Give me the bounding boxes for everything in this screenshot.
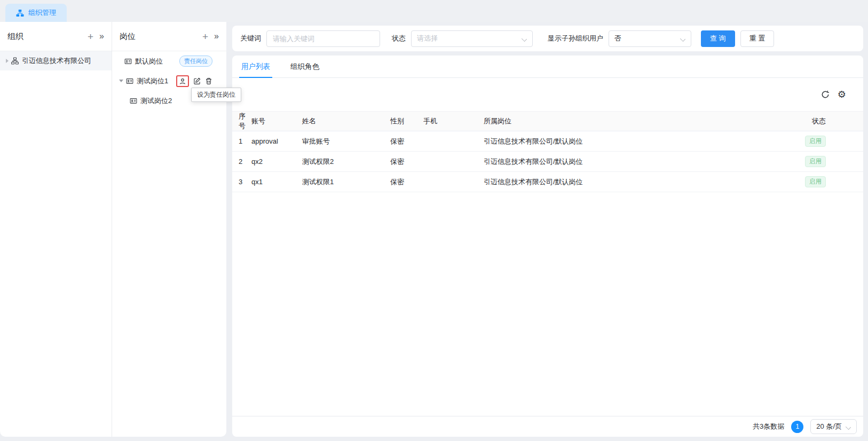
page-size-value: 20 条/页	[816, 422, 842, 431]
status-badge: 启用	[805, 156, 826, 167]
caret-right-icon[interactable]	[6, 59, 9, 63]
table-header-row: 序号 账号 姓名 性别 手机 所属岗位 状态	[232, 112, 863, 131]
status-badge: 启用	[805, 176, 826, 187]
company-tree-icon	[11, 57, 19, 65]
cell-position: 引迈信息技术有限公司/默认岗位	[484, 131, 783, 152]
add-position-icon[interactable]: +	[202, 32, 208, 42]
position-item-default[interactable]: 默认岗位 责任岗位	[112, 51, 226, 71]
descendant-select[interactable]: 否	[609, 30, 691, 47]
col-position: 所属岗位	[484, 112, 783, 131]
organization-panel: 组织 + » 引迈信息技术有限公司	[0, 22, 112, 437]
annotation-red-box	[176, 75, 189, 87]
id-card-icon	[124, 58, 132, 65]
pagination-bar: 共3条数据 1 20 条/页	[232, 416, 863, 437]
descendant-label: 显示子孙组织用户	[548, 34, 603, 43]
col-gender: 性别	[390, 112, 423, 131]
content-card: 用户列表 组织角色 ⚙ 序号 账号 姓名 性别 手机 所属岗位 状态	[232, 56, 863, 437]
status-select-placeholder: 请选择	[417, 34, 522, 43]
tab-label: 组织管理	[28, 8, 56, 18]
chevron-down-icon	[846, 424, 851, 429]
position-panel: 岗位 + » 默认岗位 责任岗位	[112, 22, 226, 437]
add-organization-icon[interactable]: +	[88, 32, 93, 42]
tab-org-management[interactable]: 组织管理	[5, 4, 67, 22]
col-name: 姓名	[302, 112, 390, 131]
tab-user-list[interactable]: 用户列表	[241, 56, 270, 77]
cell-position: 引迈信息技术有限公司/默认岗位	[484, 172, 783, 192]
cell-gender: 保密	[390, 131, 423, 152]
col-account: 账号	[251, 112, 302, 131]
col-index: 序号	[232, 112, 251, 131]
filter-bar: 关键词 状态 请选择 显示子孙组织用户 否 查 询 重 置	[232, 26, 863, 51]
duty-position-badge: 责任岗位	[179, 56, 212, 67]
org-tree-item-label: 引迈信息技术有限公司	[22, 56, 91, 66]
user-table: 序号 账号 姓名 性别 手机 所属岗位 状态 1 approval 审批账号 保…	[232, 111, 863, 192]
tooltip-set-duty-position: 设为责任岗位	[191, 88, 241, 102]
delete-position-button[interactable]	[205, 77, 212, 85]
cell-account: qx2	[251, 152, 302, 172]
status-badge: 启用	[805, 136, 826, 147]
cell-gender: 保密	[390, 172, 423, 192]
table-row[interactable]: 3 qx1 测试权限1 保密 引迈信息技术有限公司/默认岗位 启用	[232, 172, 863, 192]
pagination-total: 共3条数据	[753, 422, 784, 431]
collapse-position-panel-icon[interactable]: »	[214, 32, 219, 41]
page-number-button[interactable]: 1	[791, 421, 803, 433]
keyword-label: 关键词	[240, 34, 261, 43]
set-duty-position-button[interactable]	[179, 77, 186, 85]
cell-account: approval	[251, 131, 302, 152]
col-status: 状态	[783, 112, 863, 131]
settings-gear-icon[interactable]: ⚙	[838, 90, 846, 99]
chevron-down-icon	[681, 36, 685, 41]
cell-name: 测试权限1	[302, 172, 390, 192]
cell-phone	[423, 172, 484, 192]
org-tree-item-company[interactable]: 引迈信息技术有限公司	[0, 51, 112, 70]
content-tabs: 用户列表 组织角色	[232, 56, 863, 78]
cell-index: 3	[232, 172, 251, 192]
edit-position-button[interactable]	[193, 77, 201, 85]
chevron-down-icon	[522, 36, 527, 41]
caret-down-icon[interactable]	[119, 80, 123, 82]
table-toolbar: ⚙	[232, 78, 863, 111]
position-item-label: 默认岗位	[135, 57, 163, 66]
cell-account: qx1	[251, 172, 302, 192]
cell-phone	[423, 152, 484, 172]
status-select[interactable]: 请选择	[411, 30, 533, 47]
col-phone: 手机	[423, 112, 484, 131]
org-tree-icon	[16, 9, 24, 17]
cell-gender: 保密	[390, 152, 423, 172]
position-item-label: 测试岗位1	[137, 76, 168, 86]
cell-index: 1	[232, 131, 251, 152]
cell-index: 2	[232, 152, 251, 172]
refresh-icon[interactable]	[821, 90, 830, 99]
organization-panel-title: 组织	[7, 32, 23, 42]
table-row[interactable]: 2 qx2 测试权限2 保密 引迈信息技术有限公司/默认岗位 启用	[232, 152, 863, 172]
cell-phone	[423, 131, 484, 152]
cell-name: 审批账号	[302, 131, 390, 152]
position-item-label: 测试岗位2	[140, 96, 172, 106]
collapse-panel-icon[interactable]: »	[99, 32, 104, 41]
descendant-select-value: 否	[614, 34, 681, 43]
position-panel-title: 岗位	[120, 32, 136, 42]
cell-position: 引迈信息技术有限公司/默认岗位	[484, 152, 783, 172]
page-size-select[interactable]: 20 条/页	[810, 419, 857, 434]
top-tab-bar: 组织管理	[0, 0, 868, 22]
search-button[interactable]: 查 询	[701, 30, 735, 47]
status-label: 状态	[392, 34, 406, 43]
reset-button[interactable]: 重 置	[740, 30, 775, 47]
id-card-icon	[126, 77, 133, 85]
keyword-input[interactable]	[266, 30, 380, 47]
cell-name: 测试权限2	[302, 152, 390, 172]
table-row[interactable]: 1 approval 审批账号 保密 引迈信息技术有限公司/默认岗位 启用	[232, 131, 863, 152]
left-panels-card: 组织 + » 引迈信息技术有限公司 岗位 + »	[0, 22, 226, 437]
tab-org-roles[interactable]: 组织角色	[290, 56, 319, 77]
id-card-icon	[130, 97, 137, 105]
